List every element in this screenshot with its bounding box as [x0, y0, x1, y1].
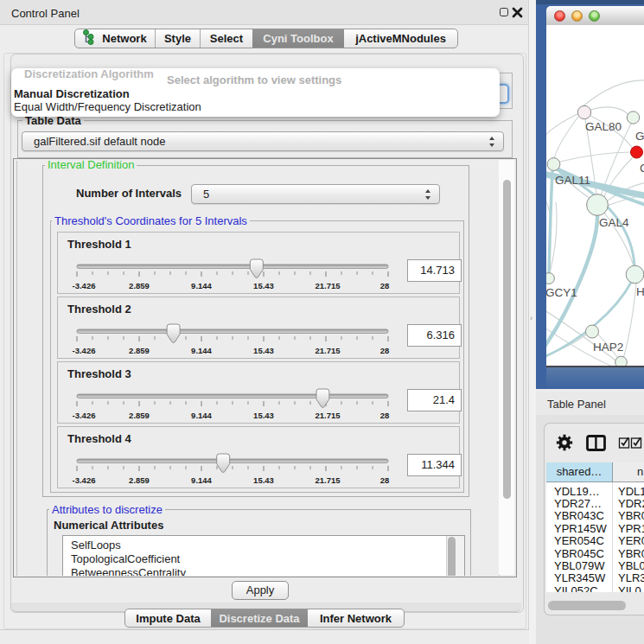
svg-text:21.715: 21.715 — [315, 281, 341, 290]
svg-text:2.859: 2.859 — [129, 281, 150, 290]
svg-text:9.144: 9.144 — [191, 411, 212, 420]
svg-text:28: 28 — [380, 475, 390, 485]
svg-text:28: 28 — [380, 411, 390, 420]
svg-text:GAL4: GAL4 — [599, 216, 629, 229]
svg-text:-3.426: -3.426 — [73, 411, 96, 420]
svg-text:2.859: 2.859 — [129, 411, 150, 420]
svg-text:9.144: 9.144 — [191, 475, 212, 485]
svg-text:2.859: 2.859 — [129, 475, 150, 485]
svg-text:15.43: 15.43 — [253, 281, 274, 290]
svg-text:GA: GA — [635, 130, 644, 143]
svg-text:-3.426: -3.426 — [73, 475, 96, 485]
svg-text:21.715: 21.715 — [315, 411, 341, 420]
svg-text:15.43: 15.43 — [253, 475, 274, 485]
svg-text:21.715: 21.715 — [315, 475, 341, 485]
svg-text:28: 28 — [380, 281, 390, 290]
svg-text:28: 28 — [380, 346, 390, 355]
svg-text:15.43: 15.43 — [253, 411, 274, 420]
svg-text:GAL80: GAL80 — [585, 120, 622, 133]
svg-text:21.715: 21.715 — [315, 346, 341, 355]
svg-text:H: H — [636, 285, 644, 298]
svg-text:GAL11: GAL11 — [555, 174, 590, 187]
svg-text:C: C — [640, 162, 644, 175]
svg-text:15.43: 15.43 — [253, 346, 274, 355]
svg-text:GCY1: GCY1 — [546, 286, 577, 299]
svg-text:-3.426: -3.426 — [73, 346, 96, 355]
svg-text:-3.426: -3.426 — [73, 281, 96, 290]
svg-text:2.859: 2.859 — [129, 346, 150, 355]
svg-text:9.144: 9.144 — [191, 281, 212, 290]
svg-text:9.144: 9.144 — [191, 346, 212, 355]
svg-text:HAP2: HAP2 — [593, 341, 623, 354]
